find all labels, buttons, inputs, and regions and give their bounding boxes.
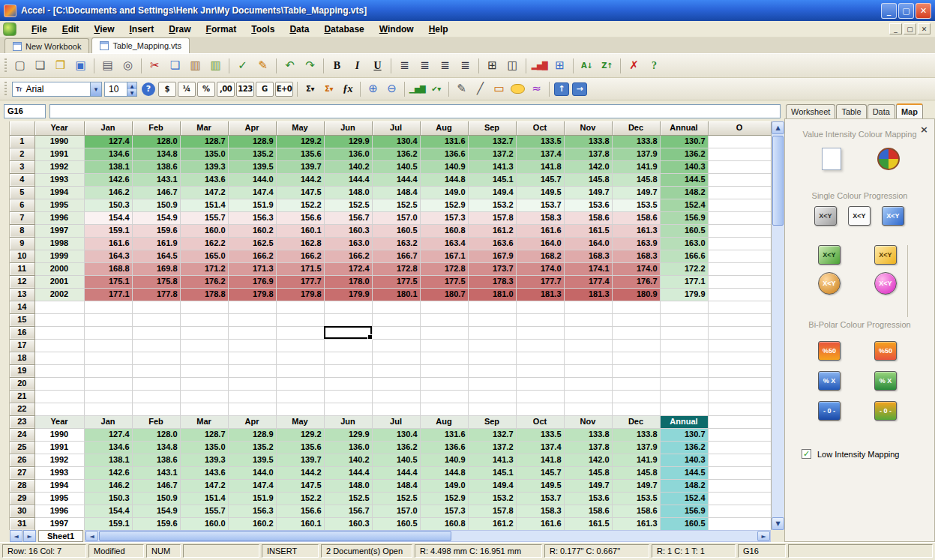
grid-cell[interactable]: 150.3 bbox=[84, 492, 132, 505]
grid-cell[interactable] bbox=[180, 339, 228, 352]
grid-cell[interactable] bbox=[84, 352, 132, 364]
grid-cell[interactable] bbox=[564, 364, 612, 377]
grid-cell[interactable] bbox=[708, 364, 771, 377]
grid-cell[interactable] bbox=[612, 390, 660, 403]
grid-cell[interactable] bbox=[228, 301, 276, 313]
grid-cell[interactable] bbox=[468, 313, 516, 326]
grid-cell[interactable]: 160.3 bbox=[324, 517, 372, 530]
grid-cell[interactable] bbox=[180, 326, 228, 339]
grid-cell[interactable]: 148.4 bbox=[372, 479, 420, 492]
grid-cell[interactable]: 158.3 bbox=[516, 211, 564, 224]
grid-cell[interactable]: 150.9 bbox=[132, 492, 180, 505]
grid-cell[interactable] bbox=[228, 364, 276, 377]
grid-cell[interactable]: 158.6 bbox=[612, 211, 660, 224]
grid-cell[interactable] bbox=[84, 301, 132, 313]
autosum-button[interactable]: Σ▾ bbox=[320, 81, 337, 97]
grid-cell[interactable] bbox=[324, 364, 372, 377]
grid-cell[interactable] bbox=[34, 313, 84, 326]
grid-cell[interactable]: 145.8 bbox=[564, 466, 612, 479]
function-button[interactable]: ƒx bbox=[339, 81, 356, 97]
fraction-format-button[interactable]: ¼ bbox=[178, 82, 196, 97]
bipolar-blue-zero-button[interactable]: - 0 - bbox=[818, 401, 841, 421]
grid-cell[interactable] bbox=[708, 415, 771, 428]
grid-cell[interactable] bbox=[708, 160, 771, 173]
grid-cell[interactable]: 145.8 bbox=[564, 173, 612, 186]
grid-cell[interactable]: 135.6 bbox=[276, 148, 324, 160]
grid-cell[interactable] bbox=[516, 301, 564, 313]
grid-cell[interactable]: 131.6 bbox=[420, 428, 468, 441]
grid-cell[interactable]: 144.0 bbox=[228, 466, 276, 479]
new-document-button[interactable]: ▢ bbox=[10, 57, 29, 75]
grid-cell[interactable]: 156.6 bbox=[276, 211, 324, 224]
grid-cell[interactable] bbox=[708, 479, 771, 492]
grid-cell[interactable] bbox=[708, 135, 771, 148]
grid-cell[interactable]: 157.0 bbox=[372, 505, 420, 517]
undo-button[interactable]: ↶ bbox=[280, 57, 299, 75]
grid-cell[interactable] bbox=[420, 301, 468, 313]
grid-cell[interactable]: 153.5 bbox=[612, 492, 660, 505]
grid-cell[interactable] bbox=[516, 352, 564, 364]
grid-cell[interactable]: 161.3 bbox=[612, 224, 660, 237]
grid-cell[interactable]: 133.8 bbox=[612, 428, 660, 441]
row-header[interactable]: 5 bbox=[10, 186, 34, 199]
grid-cell[interactable]: 180.7 bbox=[420, 288, 468, 301]
grid-cell[interactable]: 154.4 bbox=[84, 505, 132, 517]
grid-cell[interactable]: 140.2 bbox=[324, 160, 372, 173]
grid-cell[interactable]: 140.9 bbox=[420, 160, 468, 173]
grid-cell[interactable]: 171.3 bbox=[228, 262, 276, 275]
grid-cell[interactable] bbox=[372, 339, 420, 352]
grid-cell[interactable]: 166.2 bbox=[228, 250, 276, 262]
workbook-tab-new-workbook[interactable]: New Workbook bbox=[4, 38, 89, 53]
grid-cell[interactable]: 137.4 bbox=[516, 441, 564, 454]
grid-cell[interactable]: 146.2 bbox=[84, 186, 132, 199]
grid-cell[interactable]: 1990 bbox=[34, 428, 84, 441]
copy-document-button[interactable]: ❏ bbox=[31, 57, 49, 75]
zoom-out-button[interactable]: ⊖ bbox=[383, 81, 400, 97]
column-header-jan[interactable]: Jan bbox=[84, 121, 132, 135]
grid-cell[interactable]: 153.7 bbox=[516, 492, 564, 505]
row-header[interactable]: 28 bbox=[10, 479, 34, 492]
spinner-up-icon[interactable]: ▲ bbox=[127, 82, 136, 89]
grid-cell[interactable]: 136.6 bbox=[420, 441, 468, 454]
grid-cell[interactable]: 135.2 bbox=[228, 441, 276, 454]
row-header[interactable]: 29 bbox=[10, 492, 34, 505]
grid-cell[interactable]: 158.3 bbox=[516, 505, 564, 517]
grid-cell[interactable] bbox=[516, 339, 564, 352]
vertical-scroll-thumb[interactable] bbox=[772, 136, 784, 226]
grid-cell[interactable] bbox=[324, 390, 372, 403]
grid-cell[interactable] bbox=[708, 454, 771, 466]
grid-cell[interactable] bbox=[372, 326, 420, 339]
grid-cell[interactable] bbox=[84, 390, 132, 403]
grid-cell[interactable] bbox=[132, 390, 180, 403]
grid-cell[interactable]: 136.2 bbox=[660, 441, 708, 454]
grid-cell[interactable]: 163.4 bbox=[420, 237, 468, 250]
grid-cell[interactable]: 174.0 bbox=[612, 262, 660, 275]
row-header[interactable]: 16 bbox=[10, 326, 34, 339]
grid-cell[interactable] bbox=[180, 352, 228, 364]
grid-cell[interactable]: 166.2 bbox=[276, 250, 324, 262]
single-green-button[interactable]: X<Y bbox=[818, 245, 841, 265]
grid-cell[interactable]: 168.3 bbox=[564, 250, 612, 262]
grid-cell[interactable] bbox=[564, 403, 612, 415]
grid-cell[interactable]: 142.0 bbox=[564, 454, 612, 466]
grid-cell[interactable]: 150.9 bbox=[132, 199, 180, 211]
grid-cell[interactable] bbox=[34, 403, 84, 415]
grid-cell[interactable]: 160.8 bbox=[420, 224, 468, 237]
grid-cell[interactable] bbox=[84, 403, 132, 415]
grid-cell[interactable]: 155.7 bbox=[180, 505, 228, 517]
grid-cell[interactable]: 177.7 bbox=[276, 275, 324, 288]
row-header[interactable]: 15 bbox=[10, 313, 34, 326]
open-button[interactable]: ❒ bbox=[51, 57, 70, 75]
grid-cell[interactable] bbox=[276, 301, 324, 313]
grid-cell[interactable] bbox=[372, 364, 420, 377]
grid-cell[interactable]: 127.4 bbox=[84, 135, 132, 148]
sort-ascending-button[interactable]: A↓ bbox=[577, 57, 596, 75]
grid-cell[interactable]: 168.2 bbox=[516, 250, 564, 262]
grid-cell[interactable]: 136.2 bbox=[660, 148, 708, 160]
grid-cell[interactable]: 140.3 bbox=[660, 160, 708, 173]
grid-cell[interactable]: 146.7 bbox=[132, 479, 180, 492]
grid-cell[interactable] bbox=[660, 364, 708, 377]
export-right-button[interactable]: → bbox=[572, 82, 587, 96]
column-header-sep[interactable]: Sep bbox=[468, 121, 516, 135]
grid-cell[interactable]: 131.6 bbox=[420, 135, 468, 148]
